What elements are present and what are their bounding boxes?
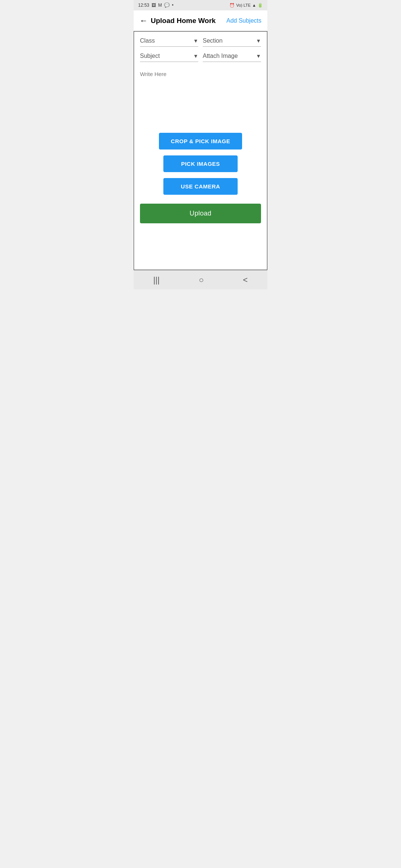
photo-icon: 🖼 — [151, 3, 156, 8]
class-label: Class — [140, 37, 193, 44]
use-camera-button[interactable]: USE CAMERA — [163, 178, 238, 195]
app-bar-left: ← Upload Home Work — [140, 16, 216, 26]
crop-pick-image-button[interactable]: CROP & PICK IMAGE — [159, 133, 242, 149]
alarm-icon: ⏰ — [229, 3, 235, 8]
back-nav-icon[interactable]: < — [243, 275, 248, 285]
subject-attach-row: Subject ▼ Attach Image ▼ — [140, 53, 261, 62]
class-chevron-icon: ▼ — [193, 38, 198, 44]
class-section-row: Class ▼ Section ▼ — [140, 37, 261, 47]
status-bar-right: ⏰ Vo) LTE ▲ 🔋 — [229, 3, 263, 8]
volte-lte-icon: Vo) LTE — [236, 3, 251, 7]
section-chevron-icon: ▼ — [256, 38, 261, 44]
action-buttons-group: CROP & PICK IMAGE PICK IMAGES USE CAMERA — [140, 133, 261, 195]
home-nav-icon[interactable]: ○ — [199, 275, 204, 285]
section-label: Section — [203, 37, 256, 44]
back-button[interactable]: ← — [140, 16, 148, 26]
recents-nav-icon[interactable]: ||| — [153, 275, 160, 285]
pick-images-button[interactable]: PICK IMAGES — [163, 155, 238, 172]
mail-icon: M — [158, 3, 162, 8]
subject-dropdown[interactable]: Subject ▼ — [140, 53, 198, 62]
subject-label: Subject — [140, 53, 193, 59]
main-content: Class ▼ Section ▼ Subject ▼ Attach Image… — [134, 31, 267, 270]
attach-image-label: Attach Image — [203, 53, 256, 59]
time-display: 12:53 — [138, 3, 149, 8]
write-here-input[interactable] — [140, 68, 261, 127]
page-title: Upload Home Work — [151, 17, 216, 25]
upload-button[interactable]: Upload — [140, 204, 261, 223]
status-bar-left: 12:53 🖼 M 💬 • — [138, 3, 173, 8]
section-dropdown[interactable]: Section ▼ — [203, 37, 261, 47]
attach-image-dropdown[interactable]: Attach Image ▼ — [203, 53, 261, 62]
signal-icon: ▲ — [252, 3, 256, 7]
class-dropdown[interactable]: Class ▼ — [140, 37, 198, 47]
dot-icon: • — [172, 3, 173, 8]
app-bar: ← Upload Home Work Add Subjects — [134, 10, 267, 31]
nav-bar: ||| ○ < — [134, 270, 267, 289]
subject-chevron-icon: ▼ — [193, 53, 198, 59]
battery-icon: 🔋 — [258, 3, 263, 8]
status-bar: 12:53 🖼 M 💬 • ⏰ Vo) LTE ▲ 🔋 — [134, 0, 267, 10]
attach-image-chevron-icon: ▼ — [256, 53, 261, 59]
add-subjects-button[interactable]: Add Subjects — [226, 17, 261, 24]
message-icon: 💬 — [164, 3, 170, 8]
